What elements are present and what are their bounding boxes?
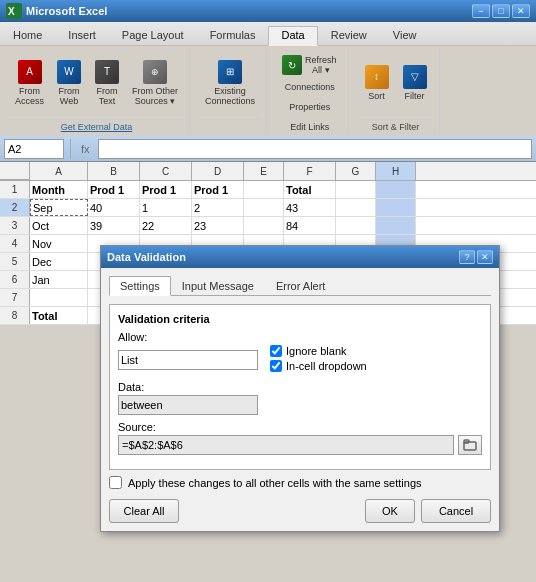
ok-button[interactable]: OK <box>365 499 415 523</box>
tab-view[interactable]: View <box>380 26 430 45</box>
in-cell-dropdown-checkbox[interactable] <box>270 360 282 372</box>
cell-e2[interactable] <box>244 199 284 216</box>
col-header-a[interactable]: A <box>30 162 88 180</box>
cell-e3[interactable] <box>244 217 284 234</box>
source-input[interactable] <box>118 435 454 455</box>
row-header[interactable]: 6 <box>0 271 30 288</box>
dialog-help-btn[interactable]: ? <box>459 250 475 264</box>
cell-h1[interactable] <box>376 181 416 198</box>
cell-a2[interactable]: Sep <box>30 199 88 216</box>
cell-d3[interactable]: 23 <box>192 217 244 234</box>
col-header-h[interactable]: H <box>376 162 416 180</box>
col-header-b[interactable]: B <box>88 162 140 180</box>
ignore-blank-row: Ignore blank <box>270 345 367 357</box>
window-controls[interactable]: − □ ✕ <box>472 4 530 18</box>
tab-data[interactable]: Data <box>268 26 317 46</box>
cell-f1[interactable]: Total <box>284 181 336 198</box>
cell-c1[interactable]: Prod 1 <box>140 181 192 198</box>
external-data-label: Get External Data <box>10 119 183 134</box>
cell-d2[interactable]: 2 <box>192 199 244 216</box>
formula-input[interactable] <box>98 139 532 159</box>
properties-button[interactable]: Properties <box>277 100 342 118</box>
col-header-f[interactable]: F <box>284 162 336 180</box>
cell-c2[interactable]: 1 <box>140 199 192 216</box>
table-row: 3 Oct 39 22 23 84 <box>0 217 536 235</box>
cell-a7[interactable] <box>30 289 88 306</box>
cell-b1[interactable]: Prod 1 <box>88 181 140 198</box>
ignore-blank-checkbox[interactable] <box>270 345 282 357</box>
validation-section-title: Validation criteria <box>118 313 482 325</box>
row-header[interactable]: 5 <box>0 253 30 270</box>
dialog-close-btn[interactable]: ✕ <box>477 250 493 264</box>
data-select[interactable]: between <box>118 395 258 415</box>
cell-a6[interactable]: Jan <box>30 271 88 288</box>
tab-home[interactable]: Home <box>0 26 55 45</box>
cell-e1[interactable] <box>244 181 284 198</box>
allow-row: Allow: List Ignore blank <box>118 331 482 375</box>
clear-all-button[interactable]: Clear All <box>109 499 179 523</box>
cell-a4[interactable]: Nov <box>30 235 88 252</box>
existing-connections-icon: ⊞ <box>218 60 242 84</box>
cell-h3[interactable] <box>376 217 416 234</box>
col-header-g[interactable]: G <box>336 162 376 180</box>
cell-c3[interactable]: 22 <box>140 217 192 234</box>
cell-g3[interactable] <box>336 217 376 234</box>
cancel-button[interactable]: Cancel <box>421 499 491 523</box>
refresh-label: RefreshAll ▾ <box>305 55 337 75</box>
filter-button[interactable]: ▽ Filter <box>397 53 433 113</box>
existing-connections-button[interactable]: ⊞ ExistingConnections <box>200 53 260 113</box>
cell-f3[interactable]: 84 <box>284 217 336 234</box>
tab-insert[interactable]: Insert <box>55 26 109 45</box>
connections-button[interactable]: Connections <box>277 80 342 98</box>
from-other-button[interactable]: ⊕ From OtherSources ▾ <box>127 53 183 113</box>
ribbon-group-sort: ↕ Sort ▽ Filter Sort & Filter <box>353 48 440 134</box>
cell-g2[interactable] <box>336 199 376 216</box>
cell-b2[interactable]: 40 <box>88 199 140 216</box>
cell-f2[interactable]: 43 <box>284 199 336 216</box>
col-header-d[interactable]: D <box>192 162 244 180</box>
tab-review[interactable]: Review <box>318 26 380 45</box>
from-text-button[interactable]: T FromText <box>89 53 125 113</box>
col-header-e[interactable]: E <box>244 162 284 180</box>
from-web-button[interactable]: W FromWeb <box>51 53 87 113</box>
cell-d1[interactable]: Prod 1 <box>192 181 244 198</box>
sort-button[interactable]: ↕ Sort <box>359 53 395 113</box>
allow-select[interactable]: List <box>118 350 258 370</box>
validation-section: Validation criteria Allow: List <box>109 304 491 470</box>
minimize-btn[interactable]: − <box>472 4 490 18</box>
connections-label: Connections <box>285 82 335 92</box>
refresh-all-button[interactable]: ↻ RefreshAll ▾ <box>277 52 342 78</box>
source-browse-btn[interactable] <box>458 435 482 455</box>
row-header[interactable]: 7 <box>0 289 30 306</box>
edit-links-button[interactable]: Edit Links <box>277 120 342 138</box>
tab-formulas[interactable]: Formulas <box>197 26 269 45</box>
cell-b3[interactable]: 39 <box>88 217 140 234</box>
name-box[interactable]: A2 <box>4 139 64 159</box>
row-header[interactable]: 1 <box>0 181 30 198</box>
window-title: Microsoft Excel <box>26 5 472 17</box>
browse-icon <box>463 439 477 451</box>
apply-checkbox[interactable] <box>109 476 122 489</box>
tab-input-message[interactable]: Input Message <box>171 276 265 295</box>
from-access-label: FromAccess <box>15 86 44 106</box>
cell-a8[interactable]: Total <box>30 307 88 324</box>
from-access-button[interactable]: A FromAccess <box>10 53 49 113</box>
cell-a5[interactable]: Dec <box>30 253 88 270</box>
tab-page-layout[interactable]: Page Layout <box>109 26 197 45</box>
maximize-btn[interactable]: □ <box>492 4 510 18</box>
row-header[interactable]: 2 <box>0 199 30 216</box>
cell-a1[interactable]: Month <box>30 181 88 198</box>
tab-settings[interactable]: Settings <box>109 276 171 296</box>
ribbon-group-external-data: A FromAccess W FromWeb T FromText ⊕ From… <box>4 48 190 134</box>
row-header[interactable]: 3 <box>0 217 30 234</box>
cell-h2[interactable] <box>376 199 416 216</box>
row-header[interactable]: 8 <box>0 307 30 324</box>
source-row: Source: <box>118 421 482 455</box>
tab-error-alert[interactable]: Error Alert <box>265 276 337 295</box>
cell-a3[interactable]: Oct <box>30 217 88 234</box>
row-header[interactable]: 4 <box>0 235 30 252</box>
dialog-tabs: Settings Input Message Error Alert <box>109 276 491 296</box>
cell-g1[interactable] <box>336 181 376 198</box>
col-header-c[interactable]: C <box>140 162 192 180</box>
close-btn[interactable]: ✕ <box>512 4 530 18</box>
